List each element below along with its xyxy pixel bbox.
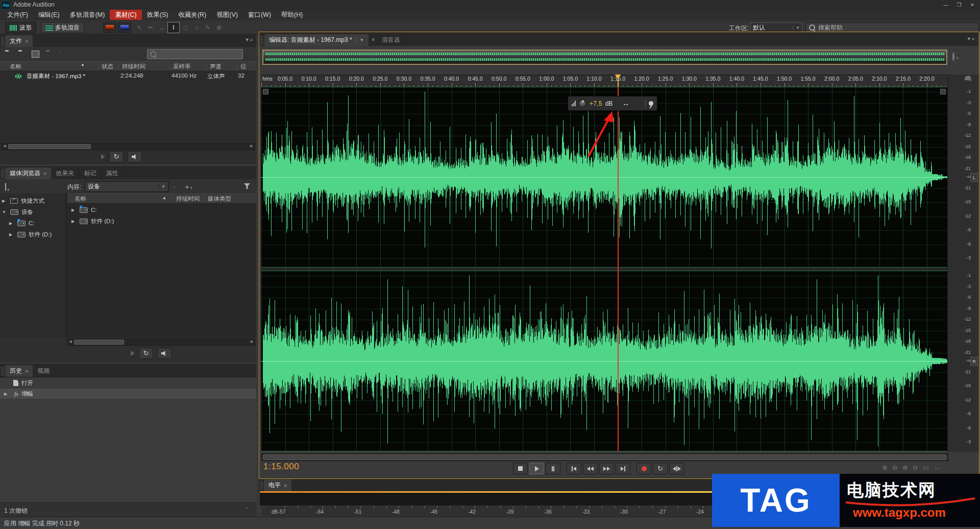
panel-divider[interactable] xyxy=(256,34,259,517)
waveform-corner-icon-right[interactable] xyxy=(940,89,946,94)
tab-视频[interactable]: 视频 xyxy=(33,365,55,377)
channel-left-button[interactable]: L xyxy=(970,173,978,182)
menu-favorites[interactable]: 收藏夹(R) xyxy=(173,10,211,20)
panel-grip[interactable] xyxy=(1,36,4,45)
scroll-right-icon[interactable]: ▶ xyxy=(250,339,255,344)
tab-files[interactable]: 文件 × xyxy=(5,35,33,47)
spot-healing-brush-tool[interactable]: ⊕ xyxy=(213,22,225,33)
amplitude-ruler[interactable]: dB L R -1-3-6-9-12-15-18-21-∞-21-15-12-9… xyxy=(947,75,979,452)
loop-playback-button[interactable]: ↻ xyxy=(653,463,668,474)
tab-mixer[interactable]: 混音器 xyxy=(377,34,405,46)
preview-loop-button[interactable]: ↻ xyxy=(139,348,153,359)
tab-属性[interactable]: 属性 xyxy=(101,167,123,179)
panel-grip[interactable] xyxy=(260,480,263,490)
tab-editor[interactable]: 编辑器: 音频素材 - 1967.mp3 * ▼ xyxy=(264,34,369,46)
view-mode-icon[interactable] xyxy=(5,183,6,191)
panel-menu-icon[interactable]: ▼≡ xyxy=(245,37,253,42)
maximize-button[interactable]: ❐ xyxy=(952,0,966,9)
help-search-input[interactable]: 搜索帮助 xyxy=(805,22,979,33)
history-item[interactable]: ▶fx增幅 xyxy=(0,389,256,399)
zoom-in-amplitude-button[interactable]: ⊕ xyxy=(902,464,908,471)
scrollbar-handle[interactable] xyxy=(8,144,91,149)
skip-to-start-button[interactable] xyxy=(567,463,581,474)
lasso-selection-tool[interactable]: ○ xyxy=(191,22,202,33)
insert-into-multitrack-icon[interactable] xyxy=(32,51,39,58)
files-search-input[interactable] xyxy=(147,49,243,59)
tab-效果夹[interactable]: 效果夹 xyxy=(51,167,79,179)
zoom-to-selection-button[interactable]: ▭ xyxy=(923,464,929,471)
column-header[interactable]: 持续时间 xyxy=(173,195,200,203)
slip-tool[interactable]: ↔ xyxy=(156,22,167,33)
tree-item[interactable]: ▼设备 xyxy=(2,207,63,217)
list-item[interactable]: ▶C: xyxy=(71,205,250,215)
menu-effects[interactable]: 效果(S) xyxy=(142,10,174,20)
minimize-button[interactable]: — xyxy=(939,0,952,9)
close-button[interactable]: ✕ xyxy=(966,0,979,9)
close-icon[interactable]: × xyxy=(372,36,375,43)
time-selection-tool[interactable]: I xyxy=(167,22,180,33)
tab-levels[interactable]: 电平 × xyxy=(264,479,291,491)
content-select[interactable]: 设备 ▼ xyxy=(85,181,168,192)
expand-icon[interactable]: ▶ xyxy=(9,221,14,226)
scrollbar-handle[interactable] xyxy=(74,340,124,345)
zoom-out-time-button[interactable]: ⊖ xyxy=(892,464,898,471)
navigator-zoom-icon[interactable] xyxy=(952,52,954,61)
close-icon[interactable]: × xyxy=(25,38,28,44)
spectral-frequency-button[interactable] xyxy=(103,22,116,33)
column-header[interactable]: 名称 xyxy=(7,63,21,70)
chevron-down-icon[interactable]: ▼ xyxy=(356,38,364,42)
preview-play-icon[interactable] xyxy=(101,154,105,159)
fast-forward-button[interactable] xyxy=(599,463,614,474)
filter-icon[interactable] xyxy=(244,183,250,189)
close-icon[interactable]: × xyxy=(284,483,287,489)
spectral-pitch-button[interactable] xyxy=(118,22,131,33)
play-button[interactable] xyxy=(529,463,544,474)
pause-button[interactable] xyxy=(546,463,560,474)
column-header[interactable]: 状态 xyxy=(98,63,113,70)
file-row[interactable]: 音频素材 - 1967.mp3 * 2:24.248 44100 Hz 立体声 … xyxy=(0,71,256,80)
column-header[interactable]: 媒体类型 xyxy=(204,195,231,203)
zoom-in-time-button[interactable]: ⊕ xyxy=(882,464,888,471)
record-button[interactable] xyxy=(636,463,651,474)
playhead-time-display[interactable]: 1:15.000 xyxy=(263,462,299,472)
waveform-view-button[interactable]: 波形 xyxy=(5,22,36,33)
menu-clip[interactable]: 素材(C) xyxy=(110,10,141,20)
panel-grip[interactable] xyxy=(260,35,263,44)
zoom-out-amplitude-button[interactable]: ⊖ xyxy=(913,464,918,471)
close-icon[interactable]: × xyxy=(25,368,28,374)
menu-multitrack[interactable]: 多轨混音(M) xyxy=(65,10,110,20)
channel-right-button[interactable]: R xyxy=(970,357,978,366)
menu-edit[interactable]: 编辑(E) xyxy=(33,10,65,20)
menu-view[interactable]: 视图(V) xyxy=(211,10,243,20)
panel-grip[interactable] xyxy=(1,169,4,178)
menu-help[interactable]: 帮助(H) xyxy=(276,10,308,20)
zoom-full-button[interactable]: ↔ xyxy=(934,464,940,471)
back-icon[interactable]: ← xyxy=(172,182,178,190)
expand-icon[interactable]: ▶ xyxy=(9,232,14,237)
scrollbar-handle[interactable] xyxy=(263,454,947,460)
paintbrush-selection-tool[interactable]: ✎ xyxy=(202,22,213,33)
panel-menu-icon[interactable]: ▼≡ xyxy=(967,36,975,41)
tree-item[interactable]: ▶快捷方式 xyxy=(2,196,63,206)
expand-icon[interactable]: ▶ xyxy=(2,199,7,203)
column-header[interactable]: 持续时间 xyxy=(118,63,145,70)
panel-grip[interactable] xyxy=(1,366,4,375)
marquee-selection-tool[interactable]: □ xyxy=(180,22,191,33)
expand-icon[interactable]: ▶ xyxy=(71,208,77,212)
scroll-left-icon[interactable]: ◀ xyxy=(2,143,7,149)
zoom-navigator[interactable] xyxy=(262,50,947,65)
tab-标记[interactable]: 标记 xyxy=(79,167,101,179)
multitrack-view-button[interactable]: 多轨混音 xyxy=(41,22,84,33)
tree-item[interactable]: ▶C: xyxy=(9,218,70,228)
column-header[interactable]: 声道 xyxy=(206,63,222,70)
skip-selection-button[interactable] xyxy=(669,463,684,474)
menu-window[interactable]: 窗口(W) xyxy=(243,10,276,20)
workspace-select[interactable]: 默认 ▼ xyxy=(750,22,802,33)
list-item[interactable]: ▶软件 (D:) xyxy=(71,216,250,226)
preview-loop-button[interactable]: ↻ xyxy=(109,151,124,162)
stop-button[interactable] xyxy=(513,463,528,474)
preview-play-icon[interactable] xyxy=(131,351,135,356)
tab-历史[interactable]: 历史× xyxy=(5,365,33,377)
collapse-icon[interactable]: ▼ xyxy=(2,210,7,214)
editor-horizontal-scrollbar[interactable] xyxy=(261,453,948,461)
